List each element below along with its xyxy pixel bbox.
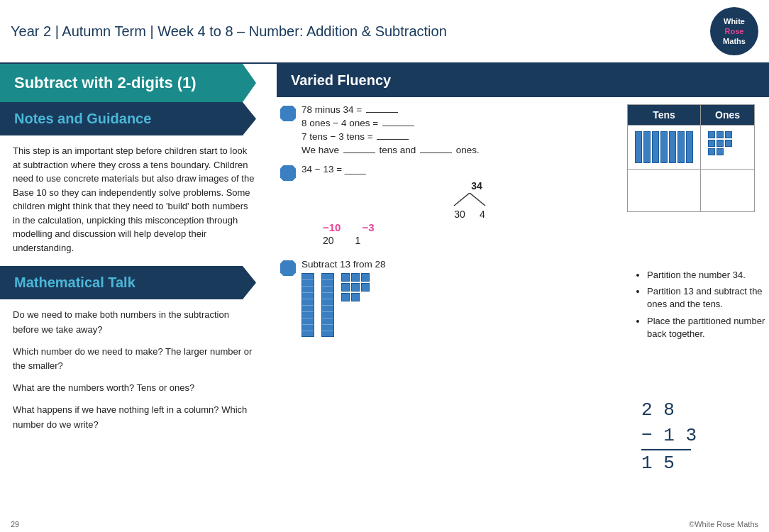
math-talk-header: Mathematical Talk [0, 266, 270, 299]
problem-3-text: Subtract 13 from 28 [301, 259, 386, 337]
problem-2: 34 − 13 = ____ 34 30 [280, 164, 616, 252]
sb6 [361, 283, 370, 292]
tens-blocks-2 [321, 273, 334, 337]
logo-maths: Maths [723, 36, 746, 46]
sb2 [351, 273, 360, 282]
main-content: Subtract with 2-digits (1) Notes and Gui… [0, 64, 769, 532]
cube1 [708, 131, 715, 138]
p1-line1: 78 minus 34 = [301, 104, 480, 115]
sb7 [341, 293, 350, 301]
tree-left: 30 [454, 209, 465, 220]
math-talk-content: Do we need to make both numbers in the s… [0, 299, 270, 448]
number-tree: 34 30 4 [323, 180, 616, 246]
table-row-1 [628, 126, 755, 170]
ones-header: Ones [701, 105, 755, 126]
fluency-problems-left: 78 minus 34 = 8 ones − 4 ones = 7 tens −… [277, 104, 620, 476]
lesson-title: Subtract with 2-digits (1) [0, 64, 270, 102]
problem-icon-3 [280, 260, 296, 276]
blank-2 [382, 126, 414, 126]
page-header: Year 2 | Autumn Term | Week 4 to 8 – Num… [0, 0, 769, 64]
blank-4 [343, 153, 375, 153]
tens-bars [635, 131, 693, 163]
tree-top: 34 [337, 180, 616, 192]
bullet-list: Partition the number 34. Partition 13 an… [634, 269, 769, 340]
tens-ones-table: Tens Ones [627, 104, 755, 212]
tens-header: Tens [628, 105, 701, 126]
fluency-top: 78 minus 34 = 8 ones − 4 ones = 7 tens −… [277, 104, 769, 476]
col-sub-line1: 2 8 [641, 397, 769, 423]
ones-cell [701, 126, 755, 170]
blank-1 [366, 112, 398, 113]
bar6 [677, 131, 685, 163]
col-sub-line3: 1 5 [641, 450, 769, 476]
tree-result: 20 1 [323, 235, 616, 246]
bullet-points: Partition the number 34. Partition 13 an… [627, 269, 769, 340]
right-column: Varied Fluency 78 minus 34 = 8 ones − 4 … [270, 64, 769, 532]
tree-svg [448, 193, 491, 207]
p3-label: Subtract 13 from 28 [301, 259, 386, 270]
sb5 [351, 283, 360, 292]
tens-blocks [301, 273, 314, 337]
bar7 [686, 131, 693, 163]
p1-line3: 7 tens − 3 tens = [301, 131, 480, 142]
cube8 [717, 148, 724, 155]
notes-guidance-header: Notes and Guidance [0, 102, 270, 135]
p1-line2: 8 ones − 4 ones = [301, 118, 480, 128]
tens-cell [628, 126, 701, 170]
math-talk-q3: What are the numbers worth? Tens or ones… [13, 381, 257, 396]
bullet-2: Partition 13 and subtract the ones and t… [647, 285, 769, 311]
bar4 [660, 131, 668, 163]
svg-line-1 [470, 193, 485, 206]
cube4 [708, 140, 715, 147]
page-title: Year 2 | Autumn Term | Week 4 to 8 – Num… [11, 23, 447, 40]
tree-minus-left: −10 [323, 221, 341, 233]
sb3 [361, 273, 370, 282]
ones-grid [341, 273, 370, 301]
ones-cubes [708, 131, 747, 155]
tree-result-left: 20 [323, 235, 334, 246]
tens-cell-empty [628, 170, 701, 212]
sb1 [341, 273, 350, 282]
ones-blocks [341, 273, 370, 337]
problem-1: 78 minus 34 = 8 ones − 4 ones = 7 tens −… [280, 104, 616, 158]
problem-icon-1 [280, 106, 296, 121]
base10-blocks [301, 273, 386, 337]
cube2 [717, 131, 724, 138]
table-row-2 [628, 170, 755, 212]
p1-line4: We have tens and ones. [301, 145, 480, 155]
sb4 [341, 283, 350, 292]
sb8 [351, 293, 360, 301]
logo: White Rose Maths [710, 7, 758, 55]
cube5 [717, 140, 724, 147]
problem-2-content: 34 − 13 = ____ 34 30 [301, 164, 616, 252]
problem-1-text: 78 minus 34 = 8 ones − 4 ones = 7 tens −… [301, 104, 480, 158]
cube6 [725, 140, 732, 147]
cube7 [708, 148, 715, 155]
tall-block-2 [321, 273, 334, 337]
tree-minus-right: −3 [362, 221, 374, 233]
bullet-1: Partition the number 34. [647, 269, 769, 282]
fluency-right: Tens Ones [627, 104, 769, 476]
tree-right: 4 [480, 209, 485, 220]
logo-white: White [724, 16, 745, 26]
cube3 [725, 131, 732, 138]
tree-subtract: −10 −3 [323, 221, 616, 233]
bar5 [669, 131, 676, 163]
left-column: Subtract with 2-digits (1) Notes and Gui… [0, 64, 270, 532]
ones-cell-empty [701, 170, 755, 212]
svg-line-0 [454, 193, 470, 206]
bar3 [652, 131, 659, 163]
bullet-3: Place the partitioned number back togeth… [647, 315, 769, 340]
math-talk-q1: Do we need to make both numbers in the s… [13, 308, 257, 338]
tree-result-right: 1 [355, 235, 361, 246]
blank-5 [420, 153, 452, 153]
problem-3: Subtract 13 from 28 [280, 259, 616, 337]
notes-guidance-content: This step is an important step before ch… [0, 135, 270, 263]
page-number: 29 [11, 520, 19, 528]
tree-lines-container [323, 193, 616, 207]
logo-rose: Rose [725, 26, 744, 36]
bar1 [635, 131, 642, 163]
tree-branches: 30 4 [323, 209, 616, 220]
math-talk-q4: What happens if we have nothing left in … [13, 403, 257, 433]
problem-icon-2 [280, 165, 296, 181]
